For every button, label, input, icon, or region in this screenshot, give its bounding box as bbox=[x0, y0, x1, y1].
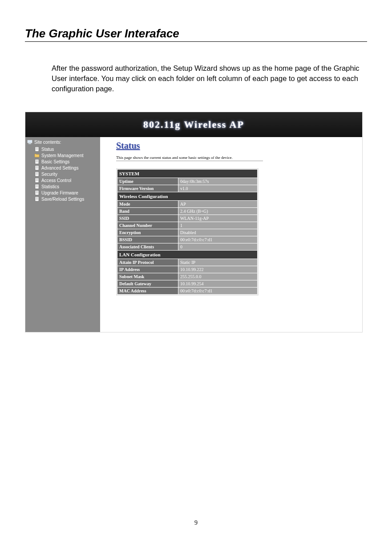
sidebar-item[interactable]: Security bbox=[34, 171, 99, 177]
status-description: This page shows the current status and s… bbox=[116, 155, 362, 160]
svg-rect-26 bbox=[35, 190, 39, 195]
table-row: MAC Address00:e0:7d:c0:c7:d1 bbox=[117, 288, 257, 294]
row-key: Default Gateway bbox=[117, 280, 178, 287]
svg-rect-30 bbox=[35, 197, 39, 201]
page-icon bbox=[34, 171, 40, 177]
row-key: Channel Number bbox=[117, 222, 178, 229]
sidebar-item-label: Advanced Settings bbox=[41, 166, 78, 170]
page-icon bbox=[34, 146, 40, 152]
tree-root: Site contents: bbox=[26, 139, 99, 145]
row-key: Encryption bbox=[117, 229, 178, 236]
page-icon bbox=[34, 178, 40, 183]
table-row: Subnet Mask255.255.0.0 bbox=[117, 273, 257, 280]
tree-root-label: Site contents: bbox=[34, 140, 61, 145]
row-value: WLAN-11g-AP bbox=[178, 215, 257, 222]
svg-rect-1 bbox=[28, 143, 31, 144]
row-key: Attain IP Protocol bbox=[117, 259, 178, 266]
row-key: Subnet Mask bbox=[117, 273, 178, 280]
computer-icon bbox=[27, 139, 32, 145]
page-icon bbox=[34, 196, 40, 202]
row-value: 0day:0h:3m:57s bbox=[178, 178, 257, 185]
sidebar-item-label: System Management bbox=[41, 153, 84, 158]
sidebar-item-label: Upgrade Firmware bbox=[41, 190, 78, 195]
row-value: v1.0 bbox=[178, 185, 257, 192]
table-row: Band2.4 GHz (B+G) bbox=[117, 208, 257, 215]
content-pane: Status This page shows the current statu… bbox=[100, 137, 362, 332]
row-key: BSSID bbox=[117, 236, 178, 243]
table-row: Default Gateway10.10.99.254 bbox=[117, 280, 257, 287]
row-key: Associated Clients bbox=[117, 243, 178, 250]
sidebar-item-label: Access Control bbox=[41, 178, 71, 183]
page-icon bbox=[34, 190, 40, 195]
divider bbox=[116, 161, 263, 161]
row-value: 255.255.0.0 bbox=[178, 273, 257, 280]
svg-rect-18 bbox=[35, 178, 39, 182]
status-table: SYSTEMUptime0day:0h:3m:57sFirmware Versi… bbox=[116, 168, 259, 296]
section-title: LAN Configuration bbox=[117, 251, 257, 259]
folder-icon bbox=[34, 153, 40, 158]
page-number: 9 bbox=[25, 519, 367, 527]
svg-rect-0 bbox=[28, 140, 32, 143]
table-row: ModeAP bbox=[117, 201, 257, 207]
svg-rect-6 bbox=[35, 159, 39, 164]
page-icon bbox=[34, 159, 40, 164]
row-key: MAC Address bbox=[117, 288, 178, 294]
row-value: Disabled bbox=[178, 229, 257, 236]
row-key: Firmware Version bbox=[117, 185, 178, 192]
row-key: SSID bbox=[117, 215, 178, 222]
sidebar-item-label: Statistics bbox=[41, 184, 59, 189]
row-value: 10.10.99.254 bbox=[178, 280, 257, 287]
row-key: Mode bbox=[117, 201, 178, 207]
row-key: Band bbox=[117, 208, 178, 215]
page-icon bbox=[34, 165, 40, 170]
page-icon bbox=[34, 184, 40, 189]
sidebar-item[interactable]: Access Control bbox=[34, 177, 99, 183]
table-row: EncryptionDisabled bbox=[117, 229, 257, 236]
section-header: Wireless Configuration bbox=[117, 192, 257, 200]
table-row: IP Address10.10.99.222 bbox=[117, 266, 257, 273]
table-row: BSSID00:e0:7d:c0:c7:d1 bbox=[117, 236, 257, 243]
svg-rect-10 bbox=[35, 166, 39, 170]
app-banner: 802.11g Wireless AP bbox=[25, 112, 362, 137]
intro-paragraph: After the password authorization, the Se… bbox=[52, 63, 367, 94]
status-heading: Status bbox=[116, 141, 362, 151]
section-title: Wireless Configuration bbox=[117, 192, 257, 200]
row-value: AP bbox=[178, 201, 257, 207]
row-value: 10.10.99.222 bbox=[178, 266, 257, 273]
table-row: Attain IP ProtocolStatic IP bbox=[117, 259, 257, 266]
sidebar-item-label: Save/Reload Settings bbox=[41, 197, 84, 202]
row-value: 0 bbox=[178, 243, 257, 250]
section-title: SYSTEM bbox=[117, 170, 257, 178]
table-row: Firmware Versionv1.0 bbox=[117, 185, 257, 192]
section-header: SYSTEM bbox=[117, 170, 257, 178]
table-row: Associated Clients0 bbox=[117, 243, 257, 250]
sidebar-item[interactable]: System Management bbox=[34, 152, 99, 158]
row-key: IP Address bbox=[117, 266, 178, 273]
row-value: 2.4 GHz (B+G) bbox=[178, 208, 257, 215]
sidebar-item[interactable]: Advanced Settings bbox=[34, 165, 99, 171]
sidebar-item-label: Security bbox=[41, 172, 57, 177]
table-row: Uptime0day:0h:3m:57s bbox=[117, 178, 257, 185]
row-key: Uptime bbox=[117, 178, 178, 185]
sidebar-item[interactable]: Save/Reload Settings bbox=[34, 196, 99, 202]
sidebar-item[interactable]: Statistics bbox=[34, 183, 99, 190]
table-row: SSIDWLAN-11g-AP bbox=[117, 215, 257, 222]
svg-rect-14 bbox=[35, 172, 39, 176]
sidebar: Site contents: StatusSystem ManagementBa… bbox=[25, 137, 100, 332]
section-header: LAN Configuration bbox=[117, 251, 257, 259]
row-value: 00:e0:7d:c0:c7:d1 bbox=[178, 236, 257, 243]
row-value: Static IP bbox=[178, 259, 257, 266]
table-row: Channel Number1 bbox=[117, 222, 257, 229]
sidebar-item-label: Basic Settings bbox=[41, 159, 69, 164]
page-title: The Graphic User Interaface bbox=[25, 27, 367, 42]
svg-rect-2 bbox=[35, 147, 39, 151]
app-screenshot: 802.11g Wireless AP Site contents: Statu… bbox=[25, 112, 363, 332]
sidebar-item[interactable]: Status bbox=[34, 146, 99, 152]
sidebar-item-label: Status bbox=[41, 147, 54, 152]
sidebar-item[interactable]: Upgrade Firmware bbox=[34, 190, 99, 196]
svg-rect-22 bbox=[35, 184, 39, 189]
sidebar-item[interactable]: Basic Settings bbox=[34, 158, 99, 165]
row-value: 1 bbox=[178, 222, 257, 229]
row-value: 00:e0:7d:c0:c7:d1 bbox=[178, 288, 257, 294]
